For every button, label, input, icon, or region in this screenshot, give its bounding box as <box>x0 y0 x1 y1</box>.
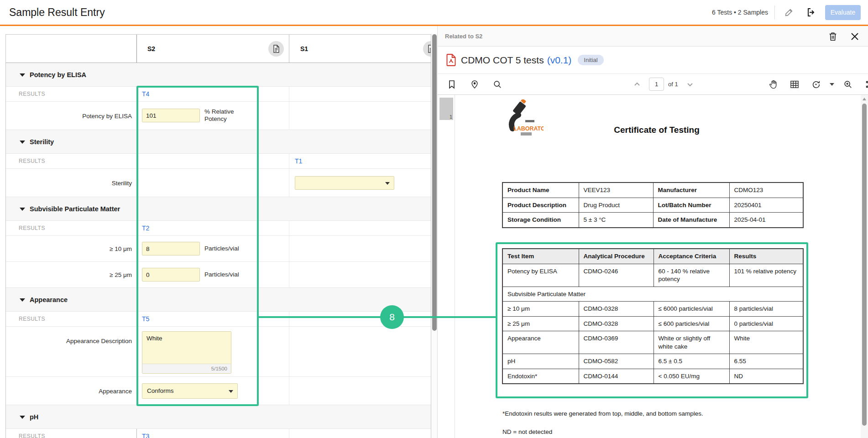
test-table-row: Potency by ELISACDMO-024660 - 140 % rela… <box>502 264 803 287</box>
sign-out-icon[interactable] <box>803 5 819 20</box>
results-label: RESULTS <box>19 158 45 164</box>
test-table-cell: ≥ 25 μm <box>502 316 579 331</box>
results-label: RESULTS <box>19 433 45 438</box>
trash-icon[interactable] <box>825 29 841 44</box>
result-select-appearance[interactable]: Conforms <box>142 383 238 399</box>
test-table-span-cell: Subvisible Particulate Matter <box>502 287 803 302</box>
close-icon[interactable] <box>847 29 863 44</box>
top-bar: Sample Result Entry 6 Tests • 2 Samples … <box>0 0 868 26</box>
test-table-row: Endotoxin*CDMO-0144< 0.050 EU/mgND <box>502 369 803 384</box>
test-table-row: pHCDMO-05826.5 ± 0.56.55 <box>502 354 803 369</box>
test-link-t2[interactable]: T2 <box>142 224 149 232</box>
collapse-triangle-icon[interactable] <box>20 416 25 419</box>
status-badge: Initial <box>578 55 603 65</box>
section-row-potency-by-elisa[interactable]: Potency by ELISA <box>6 63 431 87</box>
test-table-cell: pH <box>502 354 579 369</box>
page-title: Sample Result Entry <box>9 6 105 19</box>
section-label: Sterility <box>30 138 54 146</box>
test-table-cell: CDMO-0328 <box>579 302 654 317</box>
product-table-row: Storage Condition5 ± 3 °CDate of Manufac… <box>502 213 803 228</box>
unit-label: Particles/vial <box>204 245 252 253</box>
test-table-body: Potency by ELISACDMO-024660 - 140 % rela… <box>502 264 803 384</box>
product-field-label: Date of Manufacture <box>653 213 729 228</box>
location-pin-icon[interactable] <box>467 77 482 92</box>
field-label: Appearance Description <box>6 338 132 344</box>
result-select-sterility[interactable] <box>295 176 394 190</box>
section-row-subvisible-particulate-matter[interactable]: Subvisible Particulate Matter <box>6 197 431 221</box>
page-number-input[interactable] <box>649 78 664 91</box>
test-link-t4[interactable]: T4 <box>142 90 149 98</box>
test-table-cell: ≤ 6000 particles/vial <box>654 302 729 317</box>
rotate-icon[interactable] <box>808 77 824 92</box>
pan-hand-icon[interactable] <box>765 77 781 92</box>
test-table-row: ≥ 25 μmCDMO-0328≤ 600 particles/vial0 pa… <box>502 316 803 331</box>
product-field-value: 5 ± 3 °C <box>579 213 653 228</box>
document-version-link[interactable]: (v0.1) <box>547 55 572 66</box>
field-control: White5/1500 <box>142 331 231 374</box>
chevron-down-icon <box>385 182 390 185</box>
section-row-appearance[interactable]: Appearance <box>6 288 431 312</box>
collapse-triangle-icon[interactable] <box>20 208 25 211</box>
document-title-row: CDMO COT 5 tests (v0.1) Initial <box>438 47 868 74</box>
product-field-value: Drug Product <box>579 198 653 213</box>
zoom-in-icon[interactable] <box>840 77 856 92</box>
product-table-row: Product DescriptionDrug ProductLot/Batch… <box>502 198 803 213</box>
test-table-row: Subvisible Particulate Matter <box>502 287 803 302</box>
result-input-potency-by-elisa[interactable] <box>142 109 200 123</box>
next-page-icon[interactable] <box>682 77 698 92</box>
results-row: RESULTST2 <box>6 221 431 236</box>
field-control: Particles/vial <box>142 268 252 282</box>
divider <box>774 5 775 19</box>
previous-page-icon[interactable] <box>629 77 645 92</box>
test-table-header-results: Results <box>729 249 803 264</box>
section-row-ph[interactable]: pH <box>6 405 431 429</box>
test-table-cell: CDMO-0582 <box>579 354 654 369</box>
document-icon[interactable] <box>268 41 284 57</box>
section-row-sterility[interactable]: Sterility <box>6 130 431 154</box>
field-row-potency-by-elisa: Potency by ELISA% Relative Potency <box>6 102 431 130</box>
product-field-value: VEEV123 <box>579 182 653 198</box>
textarea-value[interactable]: White <box>142 332 231 364</box>
test-link-t5[interactable]: T5 <box>142 315 149 323</box>
rotate-dropdown-caret[interactable] <box>830 83 834 86</box>
field-control: Conforms <box>142 383 238 399</box>
results-row: RESULTST5 <box>6 312 431 327</box>
pdf-scrollbar-thumb[interactable] <box>862 104 867 426</box>
test-table-header-row: Test ItemAnalytical ProcedureAcceptance … <box>502 249 803 264</box>
page-thumbnail[interactable]: 1 <box>439 98 453 120</box>
result-input-25-m[interactable] <box>142 268 200 282</box>
test-link-t1[interactable]: T1 <box>295 157 302 165</box>
evaluate-button[interactable]: Evaluate <box>825 5 861 20</box>
nd-footnote: ND = not detected <box>502 428 552 435</box>
bookmark-icon[interactable] <box>444 77 460 92</box>
collapse-triangle-icon[interactable] <box>20 73 25 77</box>
fullscreen-icon[interactable] <box>862 77 868 92</box>
collapse-triangle-icon[interactable] <box>20 298 25 302</box>
test-table-cell: CDMO-0328 <box>579 316 654 331</box>
test-table-cell: Appearance <box>502 331 579 354</box>
field-label: ≥ 10 μm <box>6 245 132 252</box>
certificate-title: Certificate of Testing <box>588 125 725 135</box>
section-label: Subvisible Particulate Matter <box>30 205 120 213</box>
product-field-label: Product Description <box>502 198 579 213</box>
laboratory-logo: LABORATORY <box>507 99 544 137</box>
pdf-scrollbar <box>861 95 868 438</box>
page-grid-icon[interactable] <box>787 77 802 92</box>
grid-column-header-row: S2S1 <box>6 35 431 63</box>
search-icon[interactable] <box>490 77 505 92</box>
collapse-triangle-icon[interactable] <box>20 141 25 144</box>
product-field-label: Manufacturer <box>653 182 729 198</box>
scroll-up-arrow[interactable] <box>863 98 866 100</box>
test-table-cell: 6.5 ± 0.5 <box>654 354 729 369</box>
result-input-10-m[interactable] <box>142 242 200 256</box>
product-info-table: Product NameVEEV123ManufacturerCDMO123Pr… <box>502 182 804 228</box>
document-icon[interactable] <box>423 41 431 57</box>
grid-scrollbar-thumb[interactable] <box>432 34 437 331</box>
test-table-cell: 6.55 <box>729 354 803 369</box>
pdf-thumbnail-strip: 1 <box>438 95 455 438</box>
section-label: pH <box>30 413 38 421</box>
pencil-icon[interactable] <box>781 5 797 20</box>
test-link-t3[interactable]: T3 <box>142 433 149 438</box>
result-textarea-appearance-description[interactable]: White5/1500 <box>142 331 231 374</box>
tests-samples-summary: 6 Tests • 2 Samples <box>712 9 768 16</box>
